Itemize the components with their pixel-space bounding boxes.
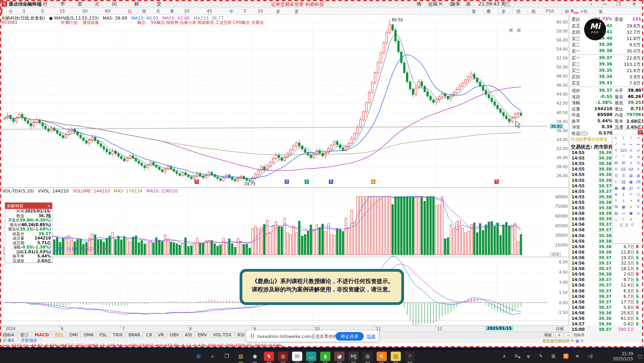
- tray-sogou-icon[interactable]: S: [563, 354, 568, 359]
- taskbar-icon-webcam[interactable]: ◎: [363, 352, 373, 361]
- tab-BRAR[interactable]: BRAR: [126, 332, 143, 338]
- event-marker[interactable]: 融: [371, 180, 375, 184]
- grid-mini-icon[interactable]: ▦: [575, 339, 579, 343]
- tray-volume-icon[interactable]: ◁): [588, 354, 593, 359]
- tool-icon[interactable]: ↓: [620, 191, 627, 198]
- popup-close-icon[interactable]: ✕: [47, 203, 51, 209]
- popup-titlebar[interactable]: 剑桥科技 ✕: [5, 203, 52, 209]
- tab-归位[interactable]: 归位: [52, 332, 67, 338]
- event-marker[interactable]: S: [195, 180, 199, 184]
- tool-icon[interactable]: □: [635, 191, 642, 198]
- tool-icon[interactable]: /: [627, 135, 635, 141]
- event-marker[interactable]: E: [305, 180, 309, 184]
- tool-icon[interactable]: ∧: [635, 210, 642, 216]
- taskbar-clock[interactable]: 21:392025/1/15: [613, 351, 633, 361]
- camera-icon[interactable]: ▣: [509, 27, 513, 33]
- tab-VR[interactable]: VR: [155, 332, 167, 338]
- period-label[interactable]: 日线: [556, 326, 564, 332]
- tab-DMA[interactable]: DMA: [81, 332, 97, 338]
- taskbar-icon-teal-app[interactable]: ◡: [306, 352, 316, 361]
- taskbar-icon-notes[interactable]: ▤: [391, 352, 401, 361]
- tool-icon[interactable]: ↗: [627, 160, 635, 166]
- taskbar-icon-wechat[interactable]: ◖: [320, 352, 330, 361]
- palette-titlebar[interactable]: ✕: [612, 130, 643, 135]
- refresh-mini-icon[interactable]: ↻: [580, 339, 583, 343]
- close-button[interactable]: ✕: [628, 0, 640, 7]
- tab-FSL[interactable]: FSL: [97, 332, 110, 338]
- tab-窗口[interactable]: 窗口: [18, 332, 32, 338]
- tool-icon[interactable]: ▦: [612, 185, 620, 191]
- tool-icon[interactable]: GA: [627, 166, 635, 172]
- tool-icon[interactable]: /: [612, 154, 620, 160]
- tool-icon[interactable]: /: [612, 141, 620, 147]
- tool-icon[interactable]: ♦: [627, 216, 635, 223]
- tool-icon[interactable]: ▩: [620, 185, 627, 191]
- tab-关联报价[interactable]: 关联报价: [18, 338, 41, 343]
- tool-icon[interactable]: W: [612, 160, 620, 166]
- tool-icon[interactable]: ⊥: [612, 216, 620, 223]
- zoom-in-button[interactable]: +: [555, 332, 563, 338]
- taskbar-icon-mj[interactable]: MJ: [348, 352, 359, 361]
- tool-icon[interactable]: ↖: [612, 135, 620, 141]
- tab-TRIX[interactable]: TRIX: [110, 332, 126, 338]
- tool-icon[interactable]: ⌒: [620, 154, 627, 160]
- maximize-button[interactable]: ❐: [613, 0, 624, 7]
- tool-icon[interactable]: //: [627, 147, 635, 154]
- tab-扩展A[interactable]: 扩展A: [0, 338, 18, 343]
- pause-icon[interactable]: [253, 334, 254, 338]
- tray-notification-icon[interactable]: ▢: [638, 354, 642, 359]
- tool-icon[interactable]: ←: [627, 141, 635, 147]
- tool-icon[interactable]: ⊘: [635, 154, 642, 160]
- tool-icon[interactable]: ↔: [635, 141, 642, 147]
- taskbar-icon-explorer[interactable]: ▨: [236, 352, 246, 361]
- tool-icon[interactable]: GE: [620, 166, 627, 172]
- tool-icon[interactable]: ⊢: [612, 179, 620, 185]
- tool-icon[interactable]: ☰: [612, 172, 620, 179]
- tool-icon[interactable]: ↑: [612, 198, 620, 204]
- tool-icon[interactable]: 123: [620, 147, 627, 154]
- tab-MACD[interactable]: MACD: [32, 332, 52, 338]
- tool-icon[interactable]: ▭: [620, 210, 627, 216]
- taskbar-icon-p-app[interactable]: P: [405, 352, 415, 361]
- tab-VOL-TDX[interactable]: VOL-TDX: [210, 332, 235, 338]
- tool-icon[interactable]: ↗: [635, 135, 642, 141]
- stock-data-popup[interactable]: 剑桥科技 ✕ 时间2025/01/15/三数值36.75开盘价39.80(-0.…: [5, 202, 52, 263]
- tab-DMI[interactable]: DMI: [67, 332, 81, 338]
- tray-hidden-icons-icon[interactable]: ∧: [503, 354, 506, 359]
- tool-icon[interactable]: |||: [627, 185, 635, 191]
- tool-icon[interactable]: Λ: [612, 166, 620, 172]
- tray-mic-icon[interactable]: ψ: [527, 354, 530, 359]
- tool-icon[interactable]: ⊣: [620, 141, 627, 147]
- minimize-button[interactable]: —: [599, 0, 611, 7]
- tray-pen-icon[interactable]: ✎: [539, 354, 543, 359]
- zoom-out-button[interactable]: −: [565, 332, 572, 338]
- pen-mini-icon[interactable]: ✎: [571, 339, 574, 343]
- tool-icon[interactable]: //: [635, 147, 642, 154]
- tool-icon[interactable]: A: [635, 198, 642, 204]
- tool-icon[interactable]: |9|: [635, 179, 642, 185]
- tool-icon[interactable]: M: [620, 160, 627, 166]
- collapse-button[interactable]: ‹: [585, 0, 597, 7]
- event-marker[interactable]: S: [285, 180, 289, 184]
- tray-ime-cn-icon[interactable]: 英: [551, 354, 556, 359]
- tool-icon[interactable]: ⊙: [627, 154, 635, 160]
- tool-icon[interactable]: ▽: [627, 191, 635, 198]
- tool-icon[interactable]: ✎: [635, 204, 642, 210]
- tool-icon[interactable]: ☰: [620, 172, 627, 179]
- tool-icon[interactable]: ↓: [620, 198, 627, 204]
- tool-icon[interactable]: ▣: [627, 210, 635, 216]
- taskbar-icon-search[interactable]: ⌕: [207, 352, 218, 361]
- tool-icon[interactable]: ×: [627, 204, 635, 210]
- tool-icon[interactable]: ⊤: [620, 216, 627, 223]
- template-button[interactable]: 模板: [542, 332, 554, 338]
- tab-indicator-b[interactable]: 指标B: [574, 333, 584, 337]
- tool-icon[interactable]: ▦: [620, 204, 627, 210]
- taskbar-icon-tdx[interactable]: ↯: [264, 352, 274, 361]
- tool-icon[interactable]: ≪: [612, 191, 620, 198]
- tool-icon[interactable]: ↗: [627, 198, 635, 204]
- tool-icon[interactable]: ▤: [627, 172, 635, 179]
- tab-EMV[interactable]: EMV: [195, 332, 210, 338]
- taskbar-icon-wps[interactable]: W: [292, 352, 302, 361]
- tab-OBV[interactable]: OBV: [167, 332, 182, 338]
- tray-wifi-icon[interactable]: ≋: [575, 354, 579, 359]
